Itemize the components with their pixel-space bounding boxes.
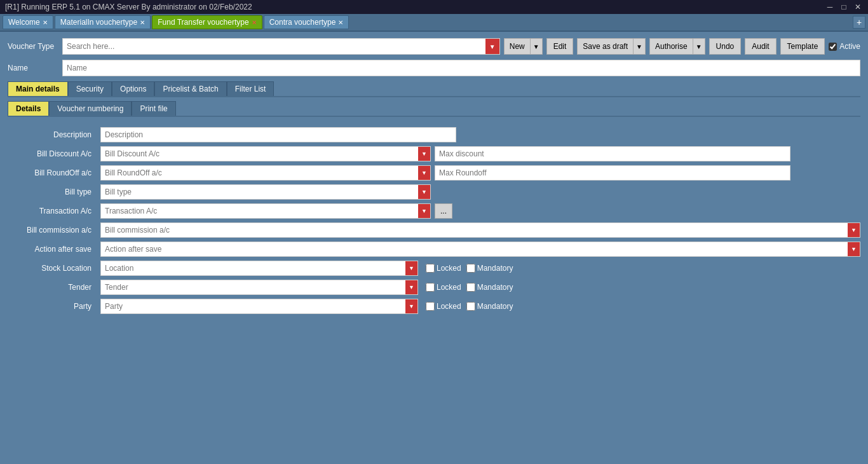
transaction-label: Transaction A/c [8, 207, 97, 215]
sub-tabs: Details Voucher numbering Print file [8, 101, 860, 117]
save-as-draft-button[interactable]: Save as draft [577, 38, 634, 55]
stock-location-mandatory-group: Mandatory [466, 264, 513, 273]
name-input[interactable] [62, 60, 860, 76]
bill-commission-input[interactable] [100, 222, 848, 238]
tab-welcome-label: Welcome [8, 18, 40, 27]
tab-welcome-close[interactable]: ✕ [43, 19, 48, 26]
tab-options[interactable]: Options [112, 81, 154, 96]
new-dropdown-arrow[interactable]: ▼ [531, 38, 543, 55]
close-button[interactable]: ✕ [853, 3, 863, 11]
name-label: Name [8, 64, 58, 72]
audit-button[interactable]: Audit [745, 38, 776, 55]
tab-pricelist-batch[interactable]: Pricelist & Batch [154, 81, 226, 96]
voucher-type-dropdown-arrow[interactable] [485, 39, 499, 54]
bill-commission-dropdown[interactable] [848, 222, 860, 238]
action-after-save-label: Action after save [8, 245, 97, 254]
party-dropdown[interactable] [405, 299, 418, 314]
subtab-voucher-numbering[interactable]: Voucher numbering [49, 101, 132, 116]
bill-discount-input[interactable] [100, 146, 418, 161]
transaction-select-wrapper [100, 203, 431, 219]
stock-location-checkboxes: Locked Mandatory [426, 264, 513, 273]
bill-discount-row: Bill Discount A/c [8, 146, 860, 161]
authorise-btn-group: Authorise ▼ [649, 38, 705, 55]
bill-discount-label: Bill Discount A/c [8, 149, 97, 158]
edit-button[interactable]: Edit [546, 38, 574, 55]
stock-location-mandatory-checkbox[interactable] [466, 264, 475, 273]
action-after-save-dropdown[interactable] [848, 242, 860, 257]
action-after-save-select-wrapper [100, 242, 860, 257]
title-text: [R1] Running ERP 5.1 on CMAX Server By a… [5, 3, 252, 11]
party-row: Party Locked Mandatory [8, 299, 860, 314]
transaction-row: Transaction A/c ... [8, 203, 860, 219]
bill-roundoff-select-wrapper [100, 165, 431, 181]
tender-input[interactable] [100, 280, 405, 295]
tab-add-button[interactable]: + [853, 16, 865, 29]
maximize-button[interactable]: □ [839, 3, 849, 11]
authorise-dropdown-arrow[interactable]: ▼ [693, 38, 705, 55]
tab-filter-list[interactable]: Filter List [227, 81, 275, 96]
description-row: Description [8, 127, 860, 142]
bill-discount-select-wrapper [100, 146, 431, 161]
party-locked-checkbox[interactable] [426, 302, 435, 311]
tender-mandatory-group: Mandatory [466, 283, 513, 292]
tender-mandatory-label: Mandatory [477, 283, 513, 292]
tab-security[interactable]: Security [68, 81, 112, 96]
tender-select-wrapper [100, 280, 418, 295]
max-discount-input[interactable] [435, 146, 790, 161]
save-draft-btn-group: Save as draft ▼ [577, 38, 646, 55]
max-roundoff-input[interactable] [435, 165, 790, 181]
bill-discount-dropdown[interactable] [418, 146, 431, 161]
voucher-type-search-wrapper [62, 38, 500, 55]
stock-location-locked-checkbox[interactable] [426, 264, 435, 273]
save-draft-dropdown-arrow[interactable]: ▼ [634, 38, 646, 55]
subtab-details[interactable]: Details [8, 101, 49, 116]
bill-roundoff-label: Bill RoundOff a/c [8, 168, 97, 177]
bill-roundoff-dropdown[interactable] [418, 165, 431, 181]
party-mandatory-checkbox[interactable] [466, 302, 475, 311]
title-bar: [R1] Running ERP 5.1 on CMAX Server By a… [0, 0, 868, 14]
bill-roundoff-input[interactable] [100, 165, 418, 181]
tab-contra-close[interactable]: ✕ [338, 19, 343, 26]
tender-locked-group: Locked [426, 283, 461, 292]
undo-button[interactable]: Undo [709, 38, 742, 55]
action-after-save-input[interactable] [100, 242, 848, 257]
bill-type-input[interactable] [100, 184, 418, 200]
party-locked-group: Locked [426, 302, 461, 311]
tab-bar: Welcome ✕ MaterialIn vouchertype ✕ Fund … [0, 14, 868, 32]
subtab-print-file[interactable]: Print file [132, 101, 175, 116]
tab-fundtransfer-close[interactable]: ✕ [252, 19, 257, 26]
bill-type-row: Bill type [8, 184, 860, 200]
party-checkboxes: Locked Mandatory [426, 302, 513, 311]
bill-roundoff-row: Bill RoundOff a/c [8, 165, 860, 181]
bill-type-dropdown[interactable] [418, 184, 431, 200]
party-input[interactable] [100, 299, 405, 314]
bill-commission-select-wrapper [100, 222, 860, 238]
template-button[interactable]: Template [780, 38, 825, 55]
active-checkbox-group: Active [829, 42, 860, 51]
voucher-type-label: Voucher Type [8, 42, 58, 51]
voucher-type-search-input[interactable] [63, 39, 485, 54]
tab-materialin-close[interactable]: ✕ [140, 19, 145, 26]
tab-welcome[interactable]: Welcome ✕ [3, 15, 53, 29]
tender-mandatory-checkbox[interactable] [466, 283, 475, 292]
bill-commission-row: Bill commission a/c [8, 222, 860, 238]
new-button[interactable]: New [504, 38, 531, 55]
transaction-input[interactable] [100, 203, 418, 219]
tender-locked-checkbox[interactable] [426, 283, 435, 292]
tab-fundtransfer[interactable]: Fund Transfer vouchertype ✕ [152, 15, 262, 29]
tab-contra[interactable]: Contra vouchertype ✕ [264, 15, 349, 29]
stock-location-dropdown[interactable] [405, 261, 418, 276]
stock-location-label: Stock Location [8, 264, 97, 273]
stock-location-input[interactable] [100, 261, 405, 276]
tab-main-details[interactable]: Main details [8, 81, 68, 96]
bill-type-label: Bill type [8, 188, 97, 196]
transaction-ellipsis-button[interactable]: ... [435, 203, 452, 219]
minimize-button[interactable]: ─ [825, 3, 835, 11]
transaction-dropdown[interactable] [418, 203, 431, 219]
tender-dropdown[interactable] [405, 280, 418, 295]
active-checkbox[interactable] [829, 43, 837, 51]
tab-materialin[interactable]: MaterialIn vouchertype ✕ [55, 15, 151, 29]
description-input[interactable] [100, 127, 456, 142]
active-label: Active [839, 42, 860, 51]
authorise-button[interactable]: Authorise [649, 38, 693, 55]
